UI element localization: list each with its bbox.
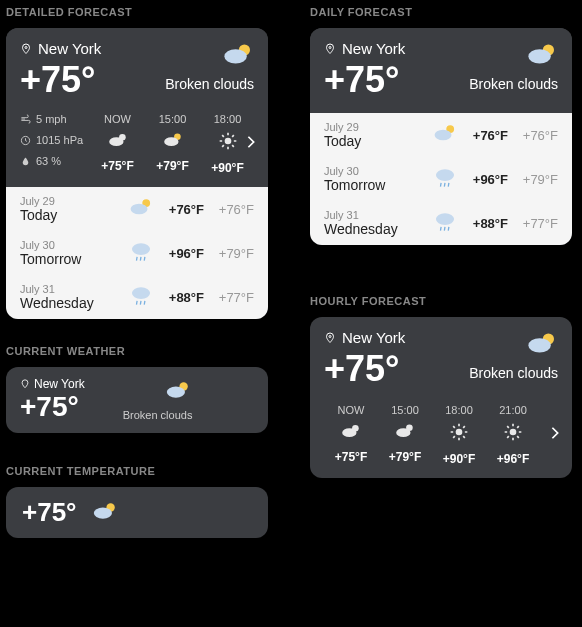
- svg-line-24: [136, 301, 137, 305]
- svg-point-0: [25, 46, 27, 48]
- svg-line-39: [448, 183, 449, 187]
- current-temperature: +75°: [22, 497, 77, 528]
- daily-lo: +76°F: [210, 202, 254, 217]
- daily-row[interactable]: July 31Wednesday +88°F +77°F: [6, 275, 268, 319]
- current-temperature: +75°: [324, 59, 405, 101]
- daily-hi: +76°F: [160, 202, 204, 217]
- location-pin-icon: [324, 43, 336, 55]
- cloud-sun-icon: [164, 379, 192, 405]
- wind-value: 5 mph: [36, 113, 67, 125]
- hour-label: NOW: [104, 113, 131, 125]
- svg-line-20: [136, 257, 137, 261]
- svg-line-21: [140, 257, 141, 261]
- hourly-strip-full[interactable]: NOW +75°F 15:00 +79°F 18:00 +90°F: [324, 404, 558, 466]
- hour-label: 15:00: [391, 404, 419, 416]
- current-weather-card: New York +75° Broken clouds: [6, 367, 268, 433]
- hour-label: 18:00: [445, 404, 473, 416]
- daily-day: Today: [20, 207, 122, 223]
- daily-row[interactable]: July 30Tomorrow +96°F +79°F: [6, 231, 268, 275]
- svg-point-46: [528, 338, 550, 352]
- location-name: New York: [38, 40, 101, 57]
- condition-text: Broken clouds: [123, 409, 193, 421]
- daily-row[interactable]: July 31Wednesday +88°F +77°F: [310, 201, 572, 245]
- daily-date: July 31: [324, 209, 426, 221]
- daily-row[interactable]: July 30Tomorrow +96°F +79°F: [310, 157, 572, 201]
- section-title-hourly: HOURLY FORECAST: [310, 295, 572, 307]
- daily-list: July 29Today +76°F +76°F July 30Tomorrow…: [310, 113, 572, 245]
- location-row: New York: [324, 329, 405, 346]
- daily-date: July 30: [324, 165, 426, 177]
- svg-point-44: [329, 335, 331, 337]
- humidity-value: 63 %: [36, 155, 61, 167]
- daily-day: Tomorrow: [20, 251, 122, 267]
- stats-column: 5 mph 1015 hPa 63 %: [20, 113, 84, 175]
- svg-line-67: [507, 436, 509, 438]
- svg-line-38: [444, 183, 445, 187]
- svg-line-14: [232, 145, 234, 147]
- svg-line-68: [517, 426, 519, 428]
- hourly-strip-detailed[interactable]: NOW +75°F 15:00 +79°F 18:00 +90°F: [90, 113, 254, 175]
- daily-lo: +79°F: [210, 246, 254, 261]
- rain-icon: [128, 284, 154, 310]
- section-title-detailed: DETAILED FORECAST: [6, 6, 268, 18]
- svg-point-36: [436, 169, 454, 181]
- hour-temp: +79°F: [389, 450, 421, 464]
- daily-lo: +76°F: [514, 128, 558, 143]
- hour-temp: +90°F: [211, 161, 243, 175]
- sun-icon: [449, 422, 469, 446]
- detailed-forecast-card: New York +75° Broken clouds 5 mph 1015 h…: [6, 28, 268, 319]
- daily-lo: +79°F: [514, 172, 558, 187]
- chevron-right-icon[interactable]: [246, 135, 256, 153]
- cloud-sun-icon: [222, 42, 254, 70]
- svg-point-18: [131, 204, 148, 214]
- svg-point-51: [456, 429, 463, 436]
- location-row: New York: [20, 40, 101, 57]
- cloud-sun-icon: [162, 131, 184, 153]
- svg-point-40: [436, 213, 454, 225]
- svg-line-26: [144, 301, 145, 305]
- condition-text: Broken clouds: [165, 76, 254, 92]
- hour-label: NOW: [338, 404, 365, 416]
- daily-hi: +88°F: [160, 290, 204, 305]
- daily-hi: +96°F: [160, 246, 204, 261]
- location-name: New York: [342, 329, 405, 346]
- svg-point-50: [396, 428, 410, 437]
- svg-point-48: [342, 428, 356, 437]
- location-pin-icon: [324, 332, 336, 344]
- hour-label: 18:00: [214, 113, 242, 125]
- daily-day: Wednesday: [324, 221, 426, 237]
- hour-label: 21:00: [499, 404, 527, 416]
- daily-list: July 29Today +76°F +76°F July 30Tomorrow…: [6, 187, 268, 319]
- hour-label: 15:00: [159, 113, 187, 125]
- chevron-right-icon[interactable]: [550, 426, 560, 444]
- svg-line-41: [440, 227, 441, 231]
- svg-point-5: [109, 137, 123, 146]
- daily-row[interactable]: July 29Today +76°F +76°F: [310, 113, 572, 157]
- hour-temp: +75°F: [101, 159, 133, 173]
- svg-point-28: [167, 387, 185, 398]
- svg-line-56: [453, 426, 455, 428]
- sun-icon: [503, 422, 523, 446]
- pressure-value: 1015 hPa: [36, 134, 83, 146]
- condition-text: Broken clouds: [469, 365, 558, 381]
- svg-line-57: [463, 436, 465, 438]
- cloud-sun-icon: [526, 331, 558, 359]
- svg-point-7: [164, 137, 178, 146]
- daily-forecast-card: New York +75° Broken clouds July 29Today…: [310, 28, 572, 245]
- svg-line-22: [144, 257, 145, 261]
- pressure-icon: [20, 135, 31, 146]
- cloud-sun-icon: [91, 500, 119, 526]
- daily-row[interactable]: July 29Today +76°F +76°F: [6, 187, 268, 231]
- svg-line-59: [463, 426, 465, 428]
- svg-line-15: [222, 145, 224, 147]
- daily-day: Today: [324, 133, 426, 149]
- svg-point-23: [132, 287, 150, 299]
- svg-line-65: [507, 426, 509, 428]
- daily-date: July 31: [20, 283, 122, 295]
- svg-point-33: [528, 49, 550, 63]
- hour-temp: +96°F: [497, 452, 529, 466]
- svg-point-35: [435, 130, 452, 140]
- hour-temp: +90°F: [443, 452, 475, 466]
- location-row: New York: [20, 377, 85, 391]
- current-temperature: +75°: [324, 348, 405, 390]
